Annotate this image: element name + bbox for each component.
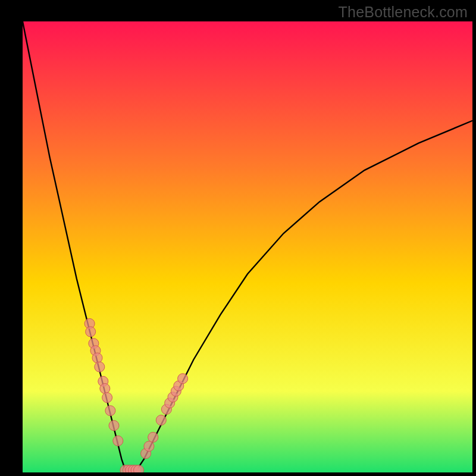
data-point <box>113 436 123 446</box>
data-point <box>102 393 112 403</box>
chart-frame: { "watermark": "TheBottleneck.com", "col… <box>0 0 476 476</box>
bottleneck-chart <box>0 0 476 476</box>
data-point <box>148 432 158 442</box>
gradient-background <box>23 21 472 472</box>
data-point <box>100 384 110 394</box>
data-point <box>156 415 166 425</box>
data-point <box>144 441 154 452</box>
data-point <box>109 421 119 431</box>
data-point <box>134 465 144 475</box>
data-point <box>86 327 96 337</box>
data-point <box>92 353 102 363</box>
data-point <box>95 362 105 372</box>
data-point <box>178 374 188 384</box>
data-point <box>105 406 115 416</box>
